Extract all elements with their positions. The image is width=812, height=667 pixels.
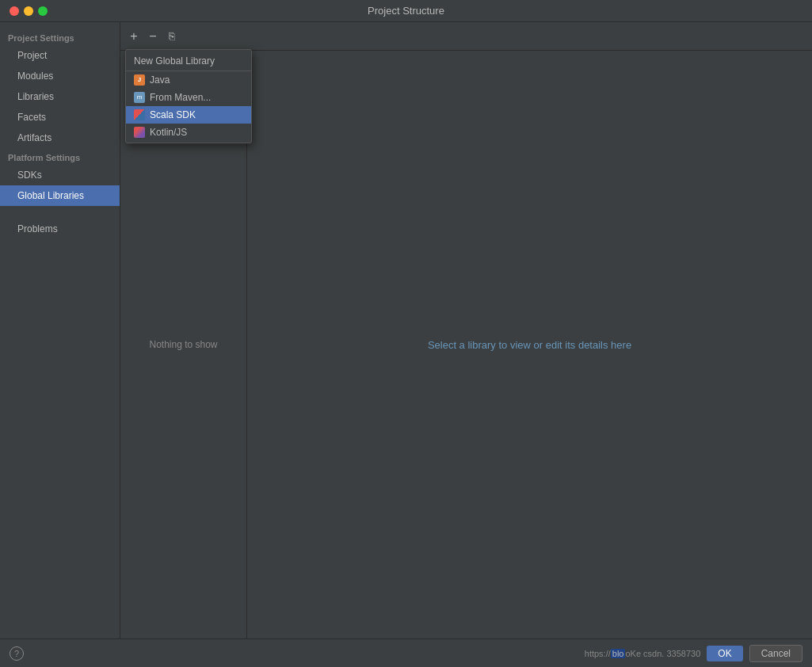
project-settings-label: Project Settings	[0, 29, 120, 45]
remove-button[interactable]: −	[144, 28, 162, 45]
dropdown-item-java-label: Java	[150, 74, 170, 86]
select-library-link: library	[467, 339, 495, 351]
dropdown-item-java[interactable]: J Java	[126, 71, 251, 89]
add-button[interactable]: +	[125, 28, 143, 45]
sidebar-item-problems[interactable]: Problems	[0, 219, 120, 239]
sidebar-item-libraries[interactable]: Libraries	[0, 86, 120, 107]
dropdown-item-maven-label: From Maven...	[150, 92, 211, 103]
window-title: Project Structure	[368, 5, 444, 17]
sidebar-item-artifacts[interactable]: Artifacts	[0, 128, 120, 148]
sidebar-item-project[interactable]: Project	[0, 45, 120, 66]
dropdown-item-scala-sdk[interactable]: Scala SDK	[126, 106, 251, 124]
url-text: https://blooKe csdn. 3358730	[585, 649, 701, 658]
dropdown-item-kotlin-js[interactable]: Kotlin/JS	[126, 124, 251, 141]
ok-button[interactable]: OK	[707, 646, 742, 661]
sidebar-item-facets[interactable]: Facets	[0, 107, 120, 128]
help-button[interactable]: ?	[10, 646, 24, 661]
url-highlight: blo	[611, 649, 626, 658]
platform-settings-label: Platform Settings	[0, 148, 120, 165]
main-container: Project Settings Project Modules Librari…	[0, 22, 812, 638]
bottom-bar: ? https://blooKe csdn. 3358730 OK Cancel	[0, 638, 812, 667]
nothing-to-show-text: Nothing to show	[149, 339, 217, 350]
select-library-pre: Select a	[428, 339, 468, 351]
maven-icon: m	[134, 92, 145, 103]
right-panel: Select a library to view or edit its det…	[247, 51, 812, 638]
traffic-lights	[10, 6, 48, 16]
content-area: + − ⎘ New Global Library J Java m From M…	[120, 22, 812, 638]
dropdown-header: New Global Library	[126, 51, 251, 71]
cancel-button[interactable]: Cancel	[749, 645, 802, 662]
dropdown-item-kotlin-label: Kotlin/JS	[150, 127, 187, 138]
toolbar: + − ⎘ New Global Library J Java m From M…	[120, 22, 812, 51]
select-library-text: Select a library to view or edit its det…	[428, 339, 631, 351]
kotlin-icon	[134, 127, 145, 138]
select-library-post: to view or edit its details here	[496, 339, 631, 351]
minimize-button[interactable]	[24, 6, 33, 16]
sidebar-item-global-libraries[interactable]: Global Libraries	[0, 185, 120, 206]
maximize-button[interactable]	[38, 6, 48, 16]
java-icon: J	[134, 74, 145, 86]
new-global-library-dropdown: New Global Library J Java m From Maven..…	[125, 49, 252, 143]
titlebar: Project Structure	[0, 0, 812, 22]
scala-icon	[134, 109, 145, 120]
dropdown-item-scala-label: Scala SDK	[150, 109, 196, 120]
close-button[interactable]	[10, 6, 19, 16]
bottom-left: ?	[10, 646, 24, 661]
copy-button[interactable]: ⎘	[163, 28, 181, 45]
sidebar: Project Settings Project Modules Librari…	[0, 22, 120, 638]
sidebar-item-modules[interactable]: Modules	[0, 66, 120, 86]
bottom-right: https://blooKe csdn. 3358730 OK Cancel	[585, 645, 802, 662]
sidebar-item-sdks[interactable]: SDKs	[0, 165, 120, 185]
dropdown-item-from-maven[interactable]: m From Maven...	[126, 89, 251, 106]
